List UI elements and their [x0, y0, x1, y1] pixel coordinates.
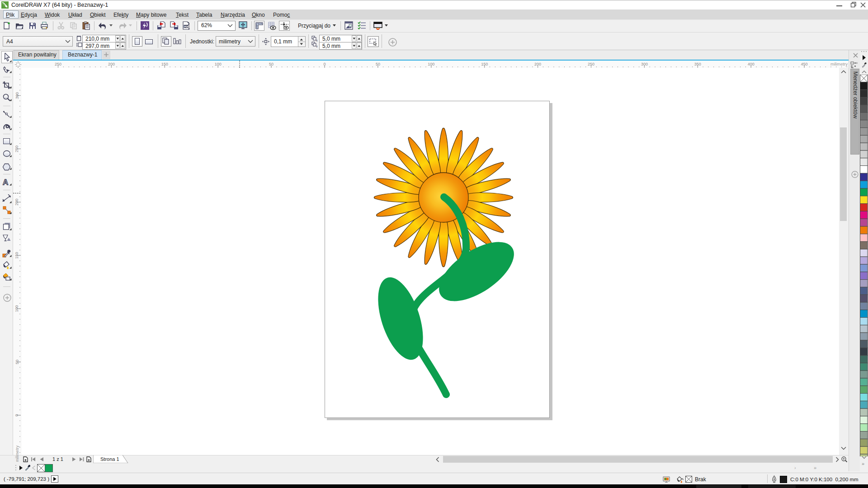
svg-text:200: 200 — [534, 62, 541, 66]
svg-text:400: 400 — [748, 62, 755, 66]
svg-text:200: 200 — [108, 62, 115, 66]
svg-text:50: 50 — [269, 62, 274, 66]
svg-text:100: 100 — [215, 62, 222, 66]
svg-text:PDF: PDF — [184, 25, 189, 28]
svg-text:50: 50 — [376, 62, 380, 66]
svg-text:300: 300 — [15, 92, 19, 99]
svg-text:0: 0 — [323, 62, 326, 66]
svg-text:150: 150 — [15, 252, 19, 259]
svg-text:250: 250 — [55, 62, 61, 66]
svg-text:300: 300 — [641, 62, 648, 66]
svg-text:50: 50 — [15, 360, 19, 364]
svg-text:250: 250 — [588, 62, 594, 66]
svg-text:milimetry: milimetry — [15, 446, 19, 462]
svg-text:350: 350 — [694, 62, 701, 66]
svg-text:0: 0 — [15, 414, 19, 416]
svg-text:200: 200 — [15, 199, 19, 206]
svg-text:250: 250 — [15, 145, 19, 152]
svg-text:150: 150 — [481, 62, 488, 66]
svg-text:milimetry: milimetry — [830, 61, 848, 66]
svg-text:450: 450 — [801, 62, 808, 66]
svg-text:y: y — [316, 45, 318, 48]
svg-text:100: 100 — [428, 62, 434, 66]
svg-text:150: 150 — [161, 62, 168, 66]
svg-text:100: 100 — [15, 305, 19, 312]
